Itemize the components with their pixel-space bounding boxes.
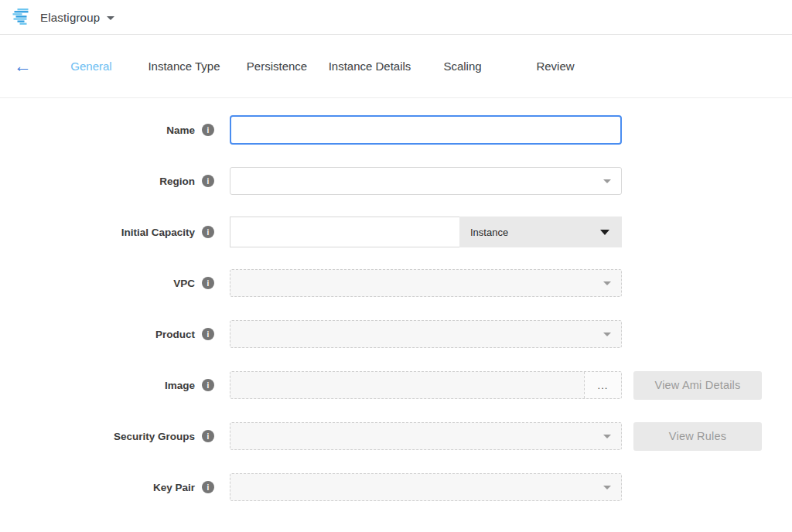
image-label: Image [0,380,195,391]
form-row-vpc: VPC i [0,257,792,309]
general-settings-form: Name i Region i Initial Capacity i Insta… [0,98,792,513]
form-row-initial-capacity: Initial Capacity i Instance [0,206,792,257]
tab-instance-details[interactable]: Instance Details [323,60,416,73]
region-select[interactable] [230,167,622,195]
tab-review[interactable]: Review [509,60,602,73]
region-label: Region [0,176,195,187]
info-icon[interactable]: i [202,124,214,136]
browse-ami-button[interactable]: ... [584,372,621,398]
view-ami-details-button: View Ami Details [633,371,762,400]
initial-capacity-input[interactable] [230,217,459,247]
tab-scaling[interactable]: Scaling [416,60,509,73]
form-row-key-pair: Key Pair i [0,462,792,513]
product-label: Product [0,329,195,340]
product-select-disabled [230,320,622,348]
caret-down-icon[interactable] [107,16,114,20]
wizard-tab-bar: ← General Instance Type Persistence Inst… [0,35,792,98]
tab-persistence[interactable]: Persistence [230,60,323,73]
form-row-name: Name i [0,104,792,155]
name-input[interactable] [230,115,622,145]
elastigroup-logo-icon [12,9,32,26]
tab-general[interactable]: General [45,60,138,73]
capacity-unit-value: Instance [470,227,508,238]
image-input-disabled: ... [230,371,622,399]
info-icon[interactable]: i [202,430,214,442]
back-arrow-icon[interactable]: ← [0,57,45,75]
caret-down-icon [603,435,611,438]
info-icon[interactable]: i [202,379,214,391]
security-groups-select-disabled [230,422,622,450]
tab-instance-type[interactable]: Instance Type [138,60,230,73]
info-icon[interactable]: i [202,277,214,289]
caret-down-icon [603,281,611,285]
form-row-region: Region i [0,155,792,206]
form-row-security-groups: Security Groups i View Rules [0,411,792,462]
info-icon[interactable]: i [202,226,214,238]
vpc-select-disabled [230,269,622,297]
view-rules-button: View Rules [633,422,762,451]
vpc-label: VPC [0,278,195,289]
key-pair-label: Key Pair [0,482,195,493]
capacity-unit-select[interactable]: Instance [459,217,622,247]
security-groups-label: Security Groups [0,431,195,442]
form-row-product: Product i [0,309,792,360]
initial-capacity-label: Initial Capacity [0,227,195,238]
app-switcher-label[interactable]: Elastigroup [40,11,100,24]
caret-down-icon [600,230,609,235]
top-bar: Elastigroup [0,0,792,35]
name-label: Name [0,124,195,136]
key-pair-select-disabled [230,473,622,501]
caret-down-icon [603,332,611,336]
info-icon[interactable]: i [202,481,214,493]
caret-down-icon [603,179,611,183]
info-icon[interactable]: i [202,175,214,187]
form-row-image: Image i ... View Ami Details [0,360,792,411]
caret-down-icon [603,486,611,489]
info-icon[interactable]: i [202,328,214,340]
